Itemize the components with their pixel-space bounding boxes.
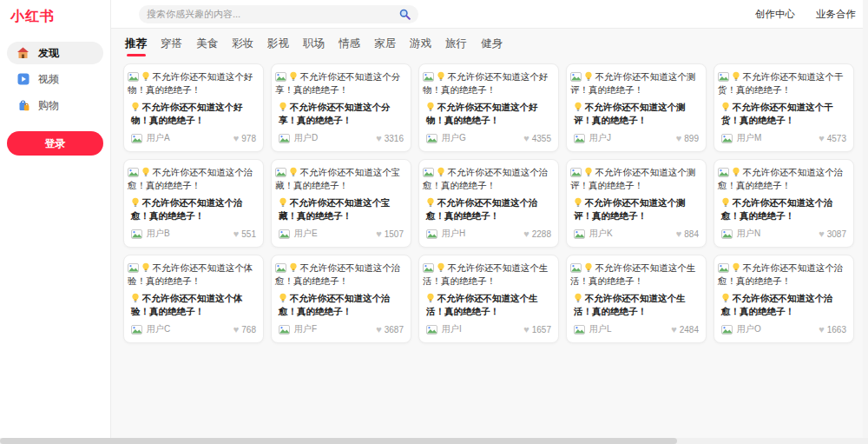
lightbulb-icon — [721, 197, 730, 208]
note-card[interactable]: 不允许你还不知道这个治愈！真的绝绝子！ 不允许你还不知道这个治愈！真的绝绝子！ … — [123, 159, 264, 248]
note-image-broken: 不允许你还不知道这个生活！真的绝绝子！ — [567, 255, 706, 288]
note-author[interactable]: 用户A — [147, 132, 170, 144]
lightbulb-icon — [574, 197, 582, 208]
note-author[interactable]: 用户M — [737, 132, 761, 144]
note-title-row: 不允许你还不知道这个治愈！真的绝绝子！ — [419, 192, 558, 225]
business-cooperation-link[interactable]: 业务合作 — [816, 8, 856, 21]
note-author[interactable]: 用户F — [294, 323, 317, 335]
note-author[interactable]: 用户O — [737, 323, 761, 335]
like-count: 4355 — [532, 134, 551, 143]
note-author[interactable]: 用户C — [147, 323, 170, 335]
note-card[interactable]: 不允许你还不知道这个治愈！真的绝绝子！ 不允许你还不知道这个治愈！真的绝绝子！ … — [713, 159, 854, 248]
note-title-row: 不允许你还不知道这个治愈！真的绝绝子！ — [714, 288, 853, 321]
note-title-row: 不允许你还不知道这个好物！真的绝绝子！ — [124, 96, 263, 129]
category-tab-8[interactable]: 游戏 — [410, 36, 431, 57]
note-card[interactable]: 不允许你还不知道这个干货！真的绝绝子！ 不允许你还不知道这个干货！真的绝绝子！ … — [713, 63, 854, 152]
broken-image-icon — [423, 71, 434, 82]
note-author[interactable]: 用户B — [147, 228, 170, 240]
lightbulb-icon — [574, 293, 582, 303]
vertical-scrollbar-track[interactable] — [863, 0, 868, 444]
broken-avatar-icon — [426, 325, 437, 335]
note-card[interactable]: 不允许你还不知道这个治愈！真的绝绝子！ 不允许你还不知道这个治愈！真的绝绝子！ … — [271, 255, 411, 343]
note-card[interactable]: 不允许你还不知道这个生活！真的绝绝子！ 不允许你还不知道这个生活！真的绝绝子！ … — [418, 255, 559, 343]
sidebar-item-discover[interactable]: 发现 — [7, 42, 103, 64]
lightbulb-icon — [437, 71, 445, 82]
note-title-row: 不允许你还不知道这个宝藏！真的绝绝子！ — [272, 192, 411, 225]
note-card[interactable]: 不允许你还不知道这个测评！真的绝绝子！ 不允许你还不知道这个测评！真的绝绝子！ … — [566, 159, 707, 248]
note-title: 不允许你还不知道这个测评！真的绝绝子！ — [574, 197, 685, 221]
like-count: 3087 — [827, 229, 846, 239]
heart-icon: ♥ — [819, 134, 825, 143]
note-author[interactable]: 用户L — [589, 323, 612, 335]
sidebar-nav: 发现 视频 购物 — [0, 33, 110, 116]
search-bar[interactable] — [139, 5, 418, 23]
note-author[interactable]: 用户I — [442, 323, 462, 335]
note-card[interactable]: 不允许你还不知道这个测评！真的绝绝子！ 不允许你还不知道这个测评！真的绝绝子！ … — [566, 63, 707, 152]
broken-avatar-icon — [131, 229, 142, 239]
note-card[interactable]: 不允许你还不知道这个体验！真的绝绝子！ 不允许你还不知道这个体验！真的绝绝子！ … — [123, 255, 264, 343]
note-title-row: 不允许你还不知道这个测评！真的绝绝子！ — [567, 96, 706, 129]
sidebar-item-video[interactable]: 视频 — [7, 68, 103, 90]
lightbulb-icon — [131, 197, 140, 208]
note-author[interactable]: 用户E — [294, 228, 318, 240]
sidebar-item-shopping[interactable]: 购物 — [7, 94, 103, 116]
horizontal-scrollbar[interactable] — [0, 438, 868, 444]
broken-avatar-icon — [131, 134, 142, 143]
note-footer: 用户C ♥ 768 — [124, 321, 263, 342]
like-block: ♥ 884 — [676, 229, 699, 239]
note-author[interactable]: 用户J — [589, 132, 611, 144]
broken-image-icon — [128, 71, 139, 82]
category-tab-4[interactable]: 影视 — [267, 36, 289, 57]
heart-icon: ♥ — [376, 229, 382, 239]
note-title-row: 不允许你还不知道这个体验！真的绝绝子！ — [124, 288, 263, 321]
like-block: ♥ 3687 — [376, 325, 404, 335]
category-tab-9[interactable]: 旅行 — [445, 36, 467, 57]
note-title-row: 不允许你还不知道这个干货！真的绝绝子！ — [714, 96, 853, 129]
category-tab-1[interactable]: 穿搭 — [161, 36, 182, 57]
note-card[interactable]: 不允许你还不知道这个宝藏！真的绝绝子！ 不允许你还不知道这个宝藏！真的绝绝子！ … — [271, 159, 411, 248]
category-tab-2[interactable]: 美食 — [196, 36, 218, 57]
note-author[interactable]: 用户N — [737, 228, 760, 240]
broken-avatar-icon — [721, 325, 733, 335]
note-card[interactable]: 不允许你还不知道这个好物！真的绝绝子！ 不允许你还不知道这个好物！真的绝绝子！ … — [418, 63, 559, 152]
note-title-row: 不允许你还不知道这个治愈！真的绝绝子！ — [124, 192, 263, 225]
lightbulb-icon — [141, 71, 150, 82]
note-card[interactable]: 不允许你还不知道这个好物！真的绝绝子！ 不允许你还不知道这个好物！真的绝绝子！ … — [123, 63, 264, 152]
broken-image-icon — [718, 262, 729, 273]
heart-icon: ♥ — [819, 229, 825, 239]
note-author[interactable]: 用户K — [589, 228, 613, 240]
category-tab-3[interactable]: 彩妆 — [232, 36, 253, 57]
note-card[interactable]: 不允许你还不知道这个分享！真的绝绝子！ 不允许你还不知道这个分享！真的绝绝子！ … — [271, 63, 411, 152]
note-author[interactable]: 用户D — [294, 132, 318, 144]
search-icon[interactable] — [399, 9, 411, 20]
category-tab-5[interactable]: 职场 — [303, 36, 325, 57]
note-title: 不允许你还不知道这个治愈！真的绝绝子！ — [721, 293, 832, 316]
category-tab-0[interactable]: 推荐 — [125, 36, 147, 57]
search-input[interactable] — [147, 9, 399, 19]
lightbulb-icon — [732, 167, 740, 177]
broken-avatar-icon — [574, 325, 585, 335]
note-title: 不允许你还不知道这个治愈！真的绝绝子！ — [426, 197, 537, 221]
login-button[interactable]: 登录 — [7, 131, 103, 156]
broken-image-icon — [718, 167, 729, 177]
tabs: 推荐穿搭美食彩妆影视职场情感家居游戏旅行健身 — [123, 33, 856, 63]
note-card[interactable]: 不允许你还不知道这个治愈！真的绝绝子！ 不允许你还不知道这个治愈！真的绝绝子！ … — [418, 159, 559, 248]
broken-image-icon — [570, 71, 582, 82]
note-card[interactable]: 不允许你还不知道这个治愈！真的绝绝子！ 不允许你还不知道这个治愈！真的绝绝子！ … — [713, 255, 854, 343]
note-image-broken: 不允许你还不知道这个治愈！真的绝绝子！ — [714, 255, 853, 288]
note-author[interactable]: 用户H — [442, 228, 465, 240]
note-author[interactable]: 用户G — [442, 132, 466, 144]
category-tab-7[interactable]: 家居 — [374, 36, 396, 57]
category-tab-6[interactable]: 情感 — [339, 36, 360, 57]
scrollbar-thumb[interactable] — [0, 438, 677, 444]
note-footer: 用户D ♥ 3316 — [272, 129, 411, 151]
lightbulb-icon — [141, 167, 150, 177]
note-title: 不允许你还不知道这个治愈！真的绝绝子！ — [721, 197, 832, 221]
note-title: 不允许你还不知道这个好物！真的绝绝子！ — [426, 102, 537, 125]
note-card[interactable]: 不允许你还不知道这个生活！真的绝绝子！ 不允许你还不知道这个生活！真的绝绝子！ … — [566, 255, 707, 343]
like-block: ♥ 3316 — [376, 134, 404, 143]
creator-center-link[interactable]: 创作中心 — [755, 8, 795, 21]
heart-icon: ♥ — [523, 229, 529, 239]
like-block: ♥ 768 — [233, 325, 256, 335]
category-tab-10[interactable]: 健身 — [481, 36, 503, 57]
